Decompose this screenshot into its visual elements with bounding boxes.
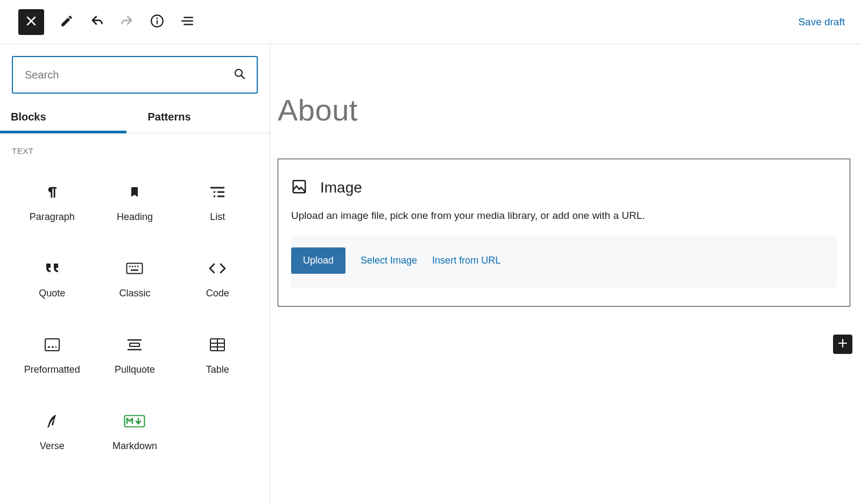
pullquote-icon (126, 333, 143, 357)
add-block-button[interactable] (833, 335, 852, 354)
svg-rect-15 (45, 339, 59, 351)
block-label: Pullquote (115, 364, 155, 375)
edit-button[interactable] (59, 15, 74, 30)
svg-rect-20 (130, 343, 139, 346)
inserter-tabs: Blocks Patterns (0, 105, 270, 133)
block-label: Classic (119, 288, 150, 299)
redo-icon (119, 13, 135, 31)
markdown-icon (124, 409, 145, 433)
close-icon (26, 16, 37, 29)
block-label: List (210, 211, 225, 223)
svg-rect-13 (137, 266, 139, 267)
block-label: Heading (117, 211, 153, 223)
pilcrow-icon (45, 180, 60, 204)
block-inserter-panel: Blocks Patterns TEXT Paragraph Heading (0, 44, 270, 504)
info-icon (150, 14, 164, 30)
block-table[interactable]: Table (177, 320, 258, 388)
top-toolbar: Save draft (0, 0, 861, 44)
tab-label: Blocks (11, 111, 46, 123)
quote-icon (44, 257, 60, 280)
block-label: Code (206, 288, 229, 299)
image-block-description: Upload an image file, pick one from your… (291, 210, 837, 236)
undo-icon (89, 13, 104, 31)
block-list[interactable]: List (177, 167, 258, 235)
insert-from-url-button[interactable]: Insert from URL (432, 255, 500, 266)
image-block-body: Upload an image file, pick one from your… (291, 210, 837, 288)
svg-rect-11 (132, 266, 133, 267)
outline-button[interactable] (180, 15, 195, 30)
block-classic[interactable]: Classic (95, 244, 175, 311)
page-title[interactable]: About (278, 93, 850, 127)
block-category-label: TEXT (0, 133, 270, 160)
block-quote[interactable]: Quote (12, 244, 93, 311)
svg-point-2 (157, 17, 158, 19)
block-label: Verse (40, 441, 65, 452)
undo-button[interactable] (89, 15, 104, 30)
search-field (12, 56, 258, 94)
upload-button[interactable]: Upload (291, 247, 345, 274)
quill-icon (46, 409, 59, 433)
block-paragraph[interactable]: Paragraph (12, 167, 93, 235)
preformatted-icon (44, 333, 60, 357)
image-icon (291, 179, 307, 197)
block-grid: Paragraph Heading Li (0, 167, 270, 464)
block-label: Markdown (112, 441, 157, 452)
image-block-actions: Upload Select Image Insert from URL (291, 236, 837, 274)
block-heading[interactable]: Heading (95, 167, 175, 235)
svg-rect-10 (129, 266, 131, 267)
block-preformatted[interactable]: Preformatted (12, 320, 93, 388)
image-block-placeholder[interactable]: Image Upload an image file, pick one fro… (278, 159, 850, 307)
block-pullquote[interactable]: Pullquote (95, 320, 175, 388)
keyboard-icon (126, 257, 143, 280)
tab-label: Patterns (148, 111, 191, 123)
image-block-title: Image (320, 179, 362, 196)
svg-rect-12 (135, 266, 136, 267)
pencil-icon (60, 14, 74, 30)
outline-icon (180, 14, 194, 30)
block-code[interactable]: Code (177, 244, 258, 311)
search-input[interactable] (12, 56, 258, 94)
table-icon (209, 333, 225, 357)
tab-blocks[interactable]: Blocks (0, 105, 133, 133)
tab-patterns[interactable]: Patterns (133, 105, 270, 133)
save-draft-button[interactable]: Save draft (798, 16, 845, 28)
bookmark-icon (128, 180, 141, 204)
list-icon (209, 180, 225, 204)
svg-rect-14 (131, 269, 138, 271)
block-label: Table (206, 364, 229, 375)
plus-icon (837, 338, 848, 351)
close-button[interactable] (18, 9, 44, 35)
main-area: Blocks Patterns TEXT Paragraph Heading (0, 44, 861, 504)
block-verse[interactable]: Verse (12, 396, 93, 464)
svg-rect-18 (55, 346, 57, 348)
block-markdown[interactable]: Markdown (95, 396, 175, 464)
block-label: Paragraph (30, 211, 75, 223)
redo-button[interactable] (119, 15, 135, 30)
block-label: Quote (39, 288, 65, 299)
editor-canvas: About Image Upload an image file, pick o… (270, 44, 861, 504)
svg-rect-1 (157, 20, 158, 24)
svg-rect-16 (48, 346, 50, 348)
search-wrap (0, 56, 270, 94)
info-button[interactable] (150, 15, 165, 30)
svg-rect-17 (52, 346, 54, 348)
image-block-header: Image (291, 179, 837, 197)
svg-rect-9 (127, 263, 143, 273)
block-label: Preformatted (24, 364, 80, 375)
code-icon (208, 257, 227, 280)
select-image-button[interactable]: Select Image (361, 255, 417, 266)
